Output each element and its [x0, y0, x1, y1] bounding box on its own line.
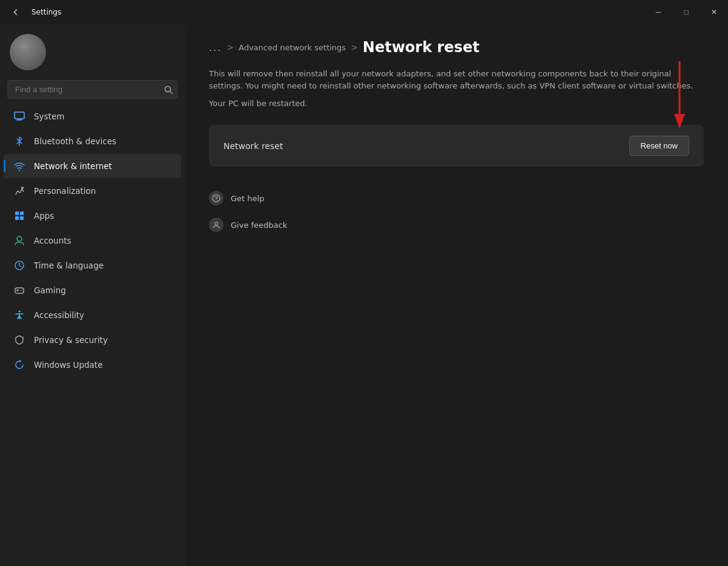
- get-help-label: Get help: [231, 194, 264, 203]
- titlebar-title: Settings: [31, 8, 61, 16]
- sidebar-item-apps[interactable]: Apps: [4, 204, 181, 228]
- sidebar-item-accounts[interactable]: Accounts: [4, 228, 181, 253]
- page-title: Network reset: [363, 39, 480, 56]
- privacy-icon: [13, 334, 25, 346]
- sidebar-item-label: Network & internet: [34, 161, 112, 171]
- get-help-link[interactable]: Get help: [209, 186, 704, 210]
- sidebar-item-label: Privacy & security: [34, 335, 108, 345]
- update-icon: [13, 359, 25, 371]
- gaming-icon: [13, 284, 25, 296]
- svg-point-6: [21, 187, 24, 189]
- svg-line-1: [170, 91, 173, 93]
- bluetooth-icon: [13, 135, 25, 147]
- sidebar-item-label: Accessibility: [34, 310, 84, 320]
- app-body: System Bluetooth & devices: [0, 24, 728, 566]
- svg-point-20: [216, 200, 216, 201]
- sidebar-item-bluetooth[interactable]: Bluetooth & devices: [4, 129, 181, 153]
- sidebar-item-label: Apps: [34, 211, 54, 221]
- sidebar-item-accessibility[interactable]: Accessibility: [4, 303, 181, 327]
- svg-rect-7: [15, 211, 19, 215]
- titlebar: Settings ─ □ ✕: [0, 0, 728, 24]
- sidebar-item-time[interactable]: Time & language: [4, 253, 181, 278]
- back-button[interactable]: [7, 4, 24, 21]
- svg-rect-10: [20, 216, 24, 220]
- restart-note: Your PC will be restarted.: [209, 99, 704, 108]
- accounts-icon: [13, 235, 25, 247]
- search-button[interactable]: [164, 85, 173, 94]
- sidebar-item-label: Gaming: [34, 285, 66, 295]
- sidebar-item-label: Accounts: [34, 236, 71, 245]
- system-icon: [13, 110, 25, 122]
- breadcrumb: ... > Advanced network settings > Networ…: [209, 39, 704, 56]
- close-button[interactable]: ✕: [700, 0, 728, 24]
- breadcrumb-dots[interactable]: ...: [209, 42, 222, 53]
- sidebar-item-personalization[interactable]: Personalization: [4, 179, 181, 203]
- apps-icon: [13, 210, 25, 222]
- network-reset-card: Network reset Reset now: [209, 125, 704, 167]
- sidebar-item-label: Bluetooth & devices: [34, 136, 116, 146]
- svg-point-16: [21, 290, 22, 291]
- sidebar-item-update[interactable]: Windows Update: [4, 353, 181, 377]
- content-area: ... > Advanced network settings > Networ…: [185, 24, 728, 566]
- sidebar-item-label: Windows Update: [34, 360, 102, 370]
- window-controls: ─ □ ✕: [644, 0, 728, 24]
- user-profile: [0, 24, 185, 78]
- svg-point-17: [19, 311, 21, 313]
- sidebar-item-label: Personalization: [34, 186, 96, 196]
- network-icon: [13, 160, 25, 172]
- sidebar-item-privacy[interactable]: Privacy & security: [4, 328, 181, 352]
- get-help-icon: [209, 191, 223, 205]
- breadcrumb-sep2: >: [351, 42, 358, 52]
- svg-rect-2: [15, 112, 24, 119]
- breadcrumb-link[interactable]: Advanced network settings: [239, 43, 346, 52]
- reset-now-button[interactable]: Reset now: [629, 136, 689, 156]
- give-feedback-icon: [209, 218, 223, 232]
- personalization-icon: [13, 185, 25, 197]
- svg-rect-9: [15, 216, 19, 220]
- maximize-button[interactable]: □: [672, 0, 700, 24]
- svg-point-5: [19, 170, 20, 171]
- sidebar-item-label: Time & language: [34, 261, 104, 270]
- page-description: This will remove then reinstall all your…: [209, 68, 704, 92]
- give-feedback-link[interactable]: Give feedback: [209, 213, 704, 237]
- search-input[interactable]: [7, 80, 177, 99]
- svg-point-21: [215, 222, 218, 225]
- svg-rect-8: [20, 211, 24, 215]
- sidebar-item-gaming[interactable]: Gaming: [4, 278, 181, 302]
- give-feedback-label: Give feedback: [231, 221, 287, 230]
- sidebar-item-label: System: [34, 112, 64, 121]
- reset-card-label: Network reset: [223, 141, 283, 151]
- sidebar-nav: System Bluetooth & devices: [0, 104, 185, 378]
- reset-section: Network reset Reset now: [209, 125, 704, 167]
- time-icon: [13, 259, 25, 271]
- avatar: [10, 34, 46, 70]
- search-box: [7, 80, 177, 99]
- sidebar-item-system[interactable]: System: [4, 104, 181, 128]
- breadcrumb-sep1: >: [227, 42, 234, 52]
- svg-point-11: [17, 236, 22, 241]
- accessibility-icon: [13, 309, 25, 321]
- sidebar: System Bluetooth & devices: [0, 24, 185, 566]
- minimize-button[interactable]: ─: [644, 0, 672, 24]
- help-links: Get help Give feedback: [209, 186, 704, 237]
- sidebar-item-network[interactable]: Network & internet: [4, 154, 181, 178]
